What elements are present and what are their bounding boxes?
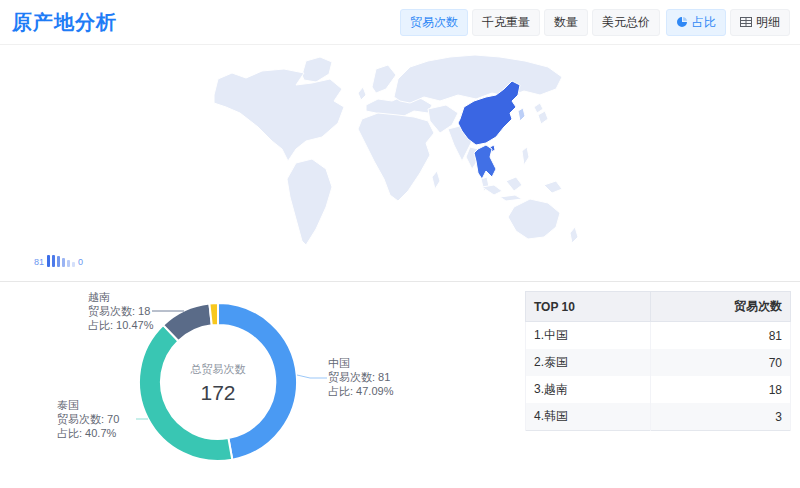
- donut-callout-泰国: 泰国贸易次数: 70占比: 40.7%: [57, 398, 119, 440]
- top10-table-wrap: TOP 10 贸易次数 1.中国812.泰国703.越南184.韩国3: [525, 291, 791, 431]
- table-cell-value: 70: [650, 349, 790, 376]
- pie-icon: [676, 16, 688, 28]
- map-region-japan-south[interactable]: [538, 111, 548, 124]
- world-map-panel: 81 0: [0, 45, 800, 282]
- view-button-明细-label: 明细: [756, 14, 780, 31]
- top10-header-row: TOP 10 贸易次数: [526, 292, 791, 322]
- callout-country-name: 泰国: [57, 398, 119, 412]
- page-header: 原产地分析 贸易次数千克重量数量美元总价 占比明细: [0, 0, 800, 45]
- legend-bar: [52, 255, 55, 267]
- view-button-占比-label: 占比: [692, 14, 716, 31]
- map-region-borneo[interactable]: [506, 177, 522, 191]
- top10-table[interactable]: TOP 10 贸易次数 1.中国812.泰国703.越南184.韩国3: [525, 291, 791, 431]
- legend-bar: [67, 260, 70, 267]
- map-region-greenland[interactable]: [302, 57, 332, 82]
- metric-button-数量-label: 数量: [554, 14, 578, 31]
- table-cell-country: 2.泰国: [526, 349, 651, 376]
- metric-button-千克重量-label: 千克重量: [482, 14, 530, 31]
- view-button-group: 占比明细: [666, 9, 790, 36]
- legend-min-value: 0: [78, 257, 83, 267]
- page-title: 原产地分析: [12, 9, 117, 36]
- origin-analysis-page: 原产地分析 贸易次数千克重量数量美元总价 占比明细: [0, 0, 800, 488]
- table-cell-value: 3: [650, 403, 790, 431]
- map-region-japan[interactable]: [534, 103, 543, 113]
- legend-bar: [62, 258, 65, 267]
- map-region-java[interactable]: [500, 195, 522, 201]
- view-button-明细[interactable]: 明细: [730, 9, 790, 36]
- table-cell-value: 18: [650, 376, 790, 403]
- view-button-占比[interactable]: 占比: [666, 9, 726, 36]
- map-region-scandinavia[interactable]: [372, 65, 396, 93]
- metric-button-贸易次数[interactable]: 贸易次数: [400, 9, 468, 36]
- table-row[interactable]: 2.泰国70: [526, 349, 791, 376]
- donut-callout-中国: 中国贸易次数: 81占比: 47.09%: [328, 356, 393, 398]
- metric-button-贸易次数-label: 贸易次数: [410, 14, 458, 31]
- donut-slice-中国[interactable]: [218, 303, 297, 460]
- metric-button-千克重量[interactable]: 千克重量: [472, 9, 540, 36]
- legend-bar: [57, 256, 60, 267]
- donut-callout-越南: 越南贸易次数: 18占比: 10.47%: [88, 290, 153, 332]
- world-map[interactable]: [0, 45, 800, 281]
- bottom-panel: 总贸易次数 172 越南贸易次数: 18占比: 10.47%中国贸易次数: 81…: [0, 282, 800, 486]
- donut-label-line-中国: [297, 375, 327, 378]
- callout-trade-count: 贸易次数: 70: [57, 412, 119, 426]
- map-region-philippines[interactable]: [522, 147, 529, 165]
- legend-max-value: 81: [34, 257, 44, 267]
- map-region-madagascar[interactable]: [432, 171, 440, 189]
- callout-share: 占比: 40.7%: [57, 426, 119, 440]
- map-region-korea[interactable]: [518, 108, 525, 121]
- table-row[interactable]: 3.越南18: [526, 376, 791, 403]
- callout-trade-count: 贸易次数: 81: [328, 370, 393, 384]
- metric-button-美元总价[interactable]: 美元总价: [592, 9, 660, 36]
- donut-slice-泰国[interactable]: [139, 325, 232, 461]
- map-region-russia[interactable]: [394, 55, 562, 103]
- toolbar: 贸易次数千克重量数量美元总价 占比明细: [400, 9, 790, 36]
- map-region-new-guinea[interactable]: [544, 181, 562, 193]
- metric-button-数量[interactable]: 数量: [544, 9, 588, 36]
- table-icon: [740, 16, 752, 28]
- map-region-new-zealand[interactable]: [570, 227, 578, 243]
- map-region-australia[interactable]: [508, 199, 560, 239]
- legend-bar: [47, 255, 50, 267]
- table-row[interactable]: 1.中国81: [526, 322, 791, 350]
- map-region-north-america[interactable]: [214, 69, 344, 161]
- donut-slice-韩国[interactable]: [209, 303, 218, 325]
- map-region-south-america[interactable]: [287, 159, 332, 245]
- table-cell-country: 3.越南: [526, 376, 651, 403]
- callout-country-name: 越南: [88, 290, 153, 304]
- map-visual-legend[interactable]: 81 0: [34, 255, 83, 267]
- callout-trade-count: 贸易次数: 18: [88, 304, 153, 318]
- map-region-uk[interactable]: [358, 87, 366, 100]
- callout-share: 占比: 47.09%: [328, 384, 393, 398]
- map-region-africa[interactable]: [358, 113, 434, 201]
- table-cell-country: 4.韩国: [526, 403, 651, 431]
- top10-header-rank: TOP 10: [526, 292, 651, 322]
- metric-button-美元总价-label: 美元总价: [602, 14, 650, 31]
- legend-bar: [72, 262, 75, 267]
- table-cell-value: 81: [650, 322, 790, 350]
- table-cell-country: 1.中国: [526, 322, 651, 350]
- legend-bars: [47, 255, 75, 267]
- top10-header-metric: 贸易次数: [650, 292, 790, 322]
- callout-share: 占比: 10.47%: [88, 318, 153, 332]
- metric-button-group: 贸易次数千克重量数量美元总价: [400, 9, 660, 36]
- callout-country-name: 中国: [328, 356, 393, 370]
- trade-share-donut-chart[interactable]: [0, 282, 520, 486]
- table-row[interactable]: 4.韩国3: [526, 403, 791, 431]
